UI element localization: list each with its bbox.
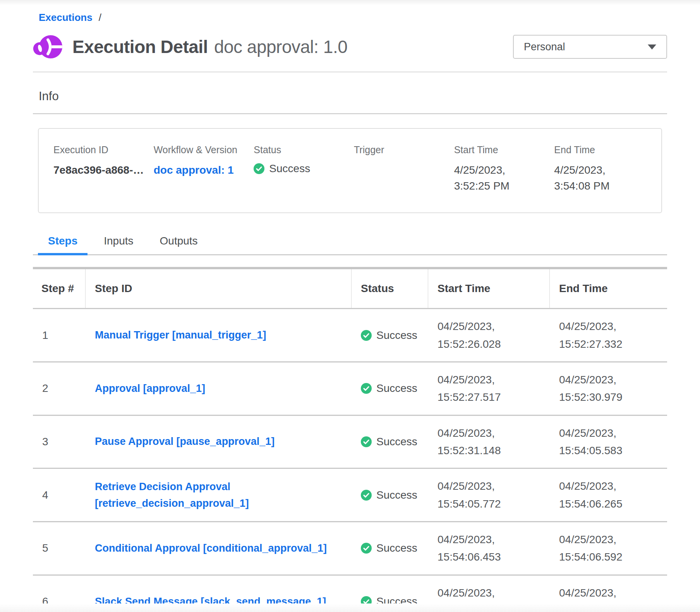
info-section-title: Info xyxy=(39,89,667,103)
step-number: 1 xyxy=(33,329,86,342)
status-badge: Success xyxy=(352,329,428,342)
info-label: Workflow & Version xyxy=(154,144,249,156)
info-label: Trigger xyxy=(354,144,449,156)
workspace-dropdown[interactable]: Personal xyxy=(513,35,667,59)
status-text: Success xyxy=(376,436,417,448)
status-badge: Success xyxy=(352,382,428,395)
column-header-step-number: Step # xyxy=(33,269,86,308)
table-row: 2 Approval [approval_1] Success 04/25/20… xyxy=(33,362,667,416)
step-start-time: 04/25/2023, 15:54:06.453 xyxy=(428,531,540,566)
check-circle-icon xyxy=(361,383,372,394)
step-end-time: 04/25/2023, 15:52:27.332 xyxy=(550,318,662,353)
info-label: Status xyxy=(254,144,348,156)
info-card: Execution ID 7e8ac396-a868-… Workflow & … xyxy=(38,128,662,213)
workspace-dropdown-value: Personal xyxy=(524,41,565,53)
breadcrumb: Executions / xyxy=(39,12,667,24)
column-header-step-id: Step ID xyxy=(86,269,352,308)
step-number: 2 xyxy=(33,382,86,395)
step-start-time: 04/25/2023, 15:52:31.148 xyxy=(428,424,540,460)
page-bottom-fade xyxy=(0,603,700,612)
breadcrumb-separator: / xyxy=(99,12,101,24)
title-divider xyxy=(33,72,667,72)
table-row: 4 Retrieve Decision Approval [retrieve_d… xyxy=(33,469,667,522)
execution-status-badge: Success xyxy=(254,162,348,175)
check-circle-icon xyxy=(361,330,372,341)
table-row: 1 Manual Trigger [manual_trigger_1] Succ… xyxy=(33,309,667,362)
steps-table: Step # Step ID Status Start Time End Tim… xyxy=(33,267,667,612)
step-start-time: 04/25/2023, 15:54:05.772 xyxy=(428,477,540,513)
check-circle-icon xyxy=(361,490,372,501)
info-field-trigger: Trigger xyxy=(354,144,454,194)
check-circle-icon xyxy=(361,543,372,554)
execution-detail-page: Executions / Execution Detail doc approv… xyxy=(33,0,667,612)
step-start-time: 04/25/2023, 15:52:27.517 xyxy=(428,371,540,406)
step-end-time: 04/25/2023, 15:54:06.265 xyxy=(550,477,662,513)
status-text: Success xyxy=(376,542,417,554)
table-row: 5 Conditional Approval [conditional_appr… xyxy=(33,522,667,576)
step-end-time: 04/25/2023, 15:54:05.583 xyxy=(550,424,662,460)
status-badge: Success xyxy=(352,436,428,448)
step-id-link[interactable]: Retrieve Decision Approval [retrieve_dec… xyxy=(95,479,352,512)
execution-status-text: Success xyxy=(269,162,310,175)
step-end-time: 04/25/2023, 15:54:06.592 xyxy=(550,531,662,566)
tab-steps[interactable]: Steps xyxy=(38,235,88,254)
step-end-time: 04/25/2023, 15:52:30.979 xyxy=(550,371,662,406)
info-label: Start Time xyxy=(454,144,549,156)
status-text: Success xyxy=(376,382,417,395)
step-number: 3 xyxy=(33,436,86,448)
steps-table-header: Step # Step ID Status Start Time End Tim… xyxy=(33,269,667,309)
step-id-link[interactable]: Approval [approval_1] xyxy=(95,380,213,397)
page-title: Execution Detail xyxy=(72,36,208,57)
end-time-value: 4/25/2023, 3:54:08 PM xyxy=(554,162,644,194)
step-id-link[interactable]: Manual Trigger [manual_trigger_1] xyxy=(95,327,274,344)
workflow-logo-icon xyxy=(33,32,62,62)
execution-id-value: 7e8ac396-a868-… xyxy=(53,162,148,178)
check-circle-icon xyxy=(361,436,372,447)
column-header-end-time: End Time xyxy=(550,269,667,308)
column-header-status: Status xyxy=(352,269,428,308)
step-id-link[interactable]: Pause Approval [pause_approval_1] xyxy=(95,433,282,450)
info-label: End Time xyxy=(554,144,649,156)
breadcrumb-executions-link[interactable]: Executions xyxy=(39,12,93,24)
table-row: 3 Pause Approval [pause_approval_1] Succ… xyxy=(33,416,667,469)
step-number: 5 xyxy=(33,542,86,554)
status-badge: Success xyxy=(352,489,428,501)
info-label: Execution ID xyxy=(53,144,148,156)
page-subtitle: doc approval: 1.0 xyxy=(214,36,347,57)
tab-outputs[interactable]: Outputs xyxy=(150,235,208,254)
status-text: Success xyxy=(376,329,417,342)
workflow-version-link[interactable]: doc approval: 1 xyxy=(154,162,234,178)
step-number: 4 xyxy=(33,489,86,501)
step-start-time: 04/25/2023, 15:52:26.028 xyxy=(428,318,540,353)
detail-tabs: Steps Inputs Outputs xyxy=(33,235,667,255)
tab-inputs[interactable]: Inputs xyxy=(94,235,143,254)
info-field-execution-id: Execution ID 7e8ac396-a868-… xyxy=(53,144,154,194)
info-field-workflow-version: Workflow & Version doc approval: 1 xyxy=(154,144,254,194)
status-badge: Success xyxy=(352,542,428,554)
title-row: Execution Detail doc approval: 1.0 Perso… xyxy=(33,32,667,62)
status-text: Success xyxy=(376,489,417,501)
info-field-end-time: End Time 4/25/2023, 3:54:08 PM xyxy=(554,144,654,194)
info-divider xyxy=(33,113,667,114)
start-time-value: 4/25/2023, 3:52:25 PM xyxy=(454,162,544,194)
chevron-down-icon xyxy=(648,44,656,50)
info-field-status: Status Success xyxy=(254,144,354,194)
steps-table-body: 1 Manual Trigger [manual_trigger_1] Succ… xyxy=(33,309,667,612)
check-circle-icon xyxy=(254,163,264,174)
step-id-link[interactable]: Conditional Approval [conditional_approv… xyxy=(95,540,335,557)
info-field-start-time: Start Time 4/25/2023, 3:52:25 PM xyxy=(454,144,554,194)
column-header-start-time: Start Time xyxy=(428,269,550,308)
